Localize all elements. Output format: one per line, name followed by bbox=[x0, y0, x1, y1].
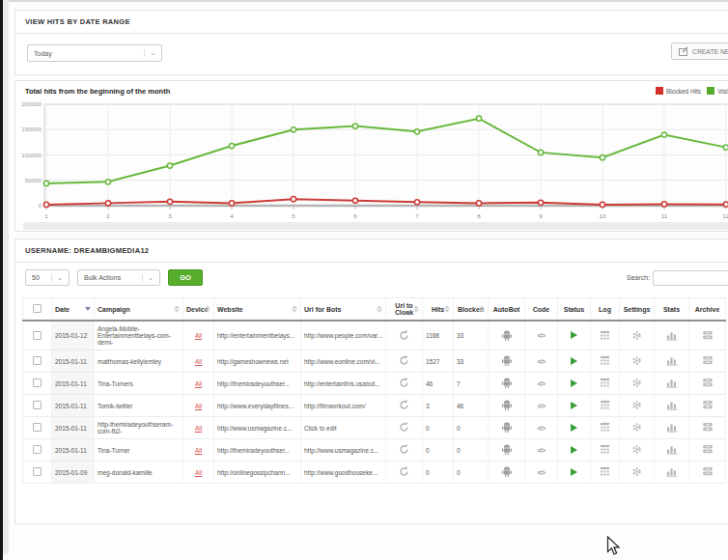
column-header-device[interactable]: Device bbox=[183, 298, 214, 322]
column-header-website[interactable]: Website bbox=[214, 298, 301, 322]
log-grid-icon[interactable] bbox=[600, 378, 610, 388]
select-all-checkbox[interactable] bbox=[33, 304, 42, 313]
cell-url-for-bots[interactable]: http://www.goodhouseke... bbox=[301, 462, 386, 484]
column-header-campaign[interactable]: Campaign bbox=[95, 298, 183, 322]
status-play-icon[interactable] bbox=[571, 402, 577, 409]
cell-url-for-bots[interactable]: http://www.usmagazine.c... bbox=[301, 439, 386, 462]
code-icon[interactable]: </> bbox=[538, 425, 546, 432]
date-range-select[interactable]: Today ⌄ bbox=[27, 44, 162, 62]
stats-bar-chart-icon[interactable] bbox=[666, 330, 678, 341]
device-link[interactable]: All bbox=[195, 380, 202, 387]
column-header-date[interactable]: Date bbox=[52, 298, 95, 322]
go-button[interactable]: GO bbox=[168, 269, 203, 286]
code-icon[interactable]: </> bbox=[538, 447, 546, 454]
device-link[interactable]: All bbox=[195, 332, 202, 339]
cell-website: http://entertainmentbelays... bbox=[214, 321, 301, 350]
archive-stack-icon[interactable] bbox=[702, 400, 714, 410]
log-grid-icon[interactable] bbox=[600, 355, 610, 366]
row-checkbox[interactable] bbox=[33, 445, 42, 454]
settings-gear-icon[interactable] bbox=[631, 422, 642, 433]
row-checkbox[interactable] bbox=[33, 401, 42, 409]
archive-stack-icon[interactable] bbox=[702, 330, 714, 341]
android-robot-icon[interactable] bbox=[501, 329, 513, 342]
device-link[interactable]: All bbox=[195, 358, 202, 365]
settings-gear-icon[interactable] bbox=[631, 444, 642, 455]
device-link[interactable]: All bbox=[195, 425, 202, 432]
column-label: Log bbox=[599, 306, 611, 313]
search-input[interactable] bbox=[653, 270, 728, 286]
refresh-circle-icon[interactable] bbox=[399, 422, 409, 433]
page-size-select[interactable]: 50 ⌄ bbox=[25, 269, 70, 286]
android-robot-icon[interactable] bbox=[501, 421, 513, 434]
archive-stack-icon[interactable] bbox=[702, 355, 714, 366]
code-icon[interactable]: </> bbox=[538, 358, 546, 365]
log-grid-icon[interactable] bbox=[600, 400, 610, 410]
refresh-circle-icon[interactable] bbox=[399, 355, 409, 366]
code-icon[interactable]: </> bbox=[538, 332, 546, 339]
stats-bar-chart-icon[interactable] bbox=[666, 378, 678, 388]
column-header-hits[interactable]: Hits bbox=[423, 298, 454, 322]
log-grid-icon[interactable] bbox=[600, 444, 610, 455]
status-play-icon[interactable] bbox=[571, 468, 577, 476]
row-checkbox[interactable] bbox=[33, 467, 42, 476]
settings-gear-icon[interactable] bbox=[631, 378, 642, 388]
refresh-circle-icon[interactable] bbox=[399, 444, 409, 455]
cell-url-for-bots[interactable]: http://www.eonline.com/vi... bbox=[301, 350, 386, 373]
svg-text:3: 3 bbox=[168, 212, 172, 219]
column-header-url-for-bots[interactable]: Url for Bots bbox=[301, 298, 386, 322]
svg-text:50000: 50000 bbox=[25, 177, 42, 183]
code-icon[interactable]: </> bbox=[538, 469, 546, 476]
android-robot-icon[interactable] bbox=[501, 443, 513, 456]
code-icon[interactable]: </> bbox=[538, 380, 546, 387]
stats-bar-chart-icon[interactable] bbox=[666, 466, 678, 477]
settings-gear-icon[interactable] bbox=[631, 355, 642, 366]
status-play-icon[interactable] bbox=[571, 357, 577, 365]
column-header-url-to-cloak[interactable]: Url to Cloak bbox=[386, 298, 423, 322]
column-label: Code bbox=[533, 306, 550, 313]
android-robot-icon[interactable] bbox=[501, 377, 513, 389]
status-play-icon[interactable] bbox=[571, 379, 577, 387]
device-link[interactable]: All bbox=[195, 403, 202, 409]
archive-stack-icon[interactable] bbox=[702, 444, 714, 455]
create-new-campaign-button[interactable]: CREATE NEW CAMPAIGN bbox=[671, 42, 728, 60]
row-checkbox[interactable] bbox=[33, 331, 42, 340]
archive-stack-icon[interactable] bbox=[702, 378, 714, 388]
settings-gear-icon[interactable] bbox=[631, 466, 642, 477]
android-robot-icon[interactable] bbox=[501, 399, 513, 411]
stats-bar-chart-icon[interactable] bbox=[666, 355, 678, 366]
column-header-blocked[interactable]: Blocked bbox=[454, 298, 489, 322]
stats-bar-chart-icon[interactable] bbox=[666, 400, 678, 410]
status-play-icon[interactable] bbox=[571, 424, 577, 432]
settings-gear-icon[interactable] bbox=[631, 400, 642, 410]
cell-hits: 1527 bbox=[423, 350, 454, 373]
log-grid-icon[interactable] bbox=[600, 466, 610, 477]
bulk-actions-select[interactable]: Bulk Actions ⌄ bbox=[77, 269, 160, 286]
cell-url-for-bots[interactable]: Click to edit bbox=[301, 417, 386, 439]
campaigns-table: DateCampaignDeviceWebsiteUrl for BotsUrl… bbox=[22, 297, 726, 484]
refresh-circle-icon[interactable] bbox=[399, 330, 409, 341]
row-checkbox[interactable] bbox=[33, 356, 42, 365]
cell-url-for-bots[interactable]: http://fitnworkout.com/ bbox=[301, 395, 386, 417]
status-play-icon[interactable] bbox=[571, 446, 577, 454]
stats-bar-chart-icon[interactable] bbox=[666, 444, 678, 455]
device-link[interactable]: All bbox=[195, 469, 202, 476]
device-link[interactable]: All bbox=[195, 447, 202, 454]
cell-url-for-bots[interactable]: http://www.people.com/var... bbox=[301, 321, 386, 350]
android-robot-icon[interactable] bbox=[501, 354, 513, 367]
archive-stack-icon[interactable] bbox=[702, 422, 714, 433]
cell-url-for-bots[interactable]: http://entertainthis.usatod... bbox=[301, 373, 386, 395]
refresh-circle-icon[interactable] bbox=[399, 378, 409, 388]
row-checkbox[interactable] bbox=[33, 378, 42, 387]
stats-bar-chart-icon[interactable] bbox=[666, 422, 678, 433]
refresh-circle-icon[interactable] bbox=[399, 466, 409, 477]
code-icon[interactable]: </> bbox=[538, 403, 546, 409]
cell-date: 2015-01-11 bbox=[52, 439, 95, 462]
log-grid-icon[interactable] bbox=[600, 330, 610, 341]
status-play-icon[interactable] bbox=[571, 331, 577, 339]
android-robot-icon[interactable] bbox=[501, 465, 513, 478]
settings-gear-icon[interactable] bbox=[631, 330, 642, 341]
log-grid-icon[interactable] bbox=[600, 422, 610, 433]
row-checkbox[interactable] bbox=[33, 423, 42, 432]
refresh-circle-icon[interactable] bbox=[399, 400, 409, 410]
archive-stack-icon[interactable] bbox=[702, 466, 714, 477]
